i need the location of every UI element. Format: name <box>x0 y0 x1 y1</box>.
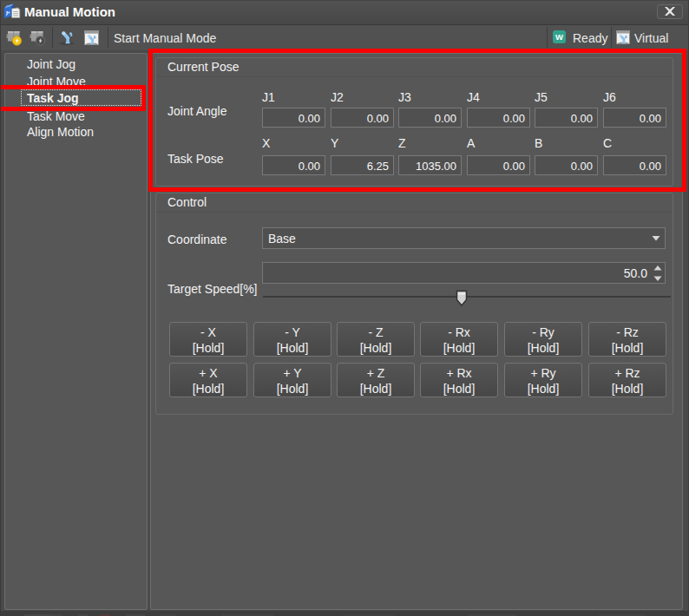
svg-text:W: W <box>555 32 563 42</box>
